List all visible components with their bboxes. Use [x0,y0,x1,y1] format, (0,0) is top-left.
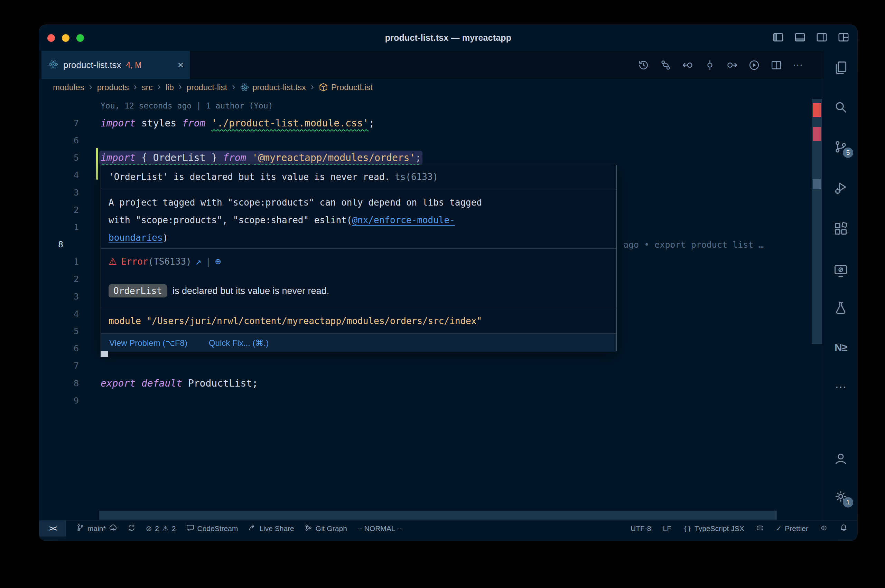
eslint-message-line-2: with "scope:products", "scope:shared" es… [108,212,609,229]
error-code: (TS6133) [148,256,192,267]
code-row[interactable]: 8export default ProductList; [39,375,824,392]
split-editor-icon[interactable] [771,59,782,71]
quick-fix-link[interactable]: Quick Fix... (⌘.) [209,338,269,348]
prettier-item[interactable]: ✓ Prettier [776,524,808,533]
eol-item[interactable]: LF [663,524,672,533]
live-share-item[interactable]: Live Share [248,524,294,533]
line-number: 6 [39,344,79,353]
warning-triangle-icon: ⚠ [108,256,117,267]
source-control-icon[interactable]: 5 [824,133,857,160]
errors-count: 2 [155,524,159,533]
breadcrumb-separator: › [89,81,92,92]
eslint-message-line-3: boundaries) [108,229,609,247]
code-text: import styles from './product-list.modul… [101,117,374,129]
code-row[interactable]: 6 [39,132,824,149]
code-row[interactable]: 7 [39,357,824,375]
notifications-bell-icon [840,524,847,533]
toggle-panel-icon[interactable] [794,32,806,45]
nx-console-icon[interactable]: N≥ [824,334,857,362]
copilot-item[interactable] [756,524,764,533]
editor-toolbar: ⋯ [638,51,824,79]
problems-item[interactable]: ⊘ 2 ⚠ 2 [146,524,176,533]
line-number: 1 [39,222,79,232]
breadcrumb-item-products[interactable]: products [97,82,129,92]
open-previous-change-icon[interactable] [682,59,693,71]
remote-indicator[interactable]: >< [39,520,66,537]
overview-error-mark [813,127,821,141]
line-number: 4 [39,309,79,319]
breadcrumb-separator: › [232,81,235,92]
external-link-icon[interactable]: ↗ [196,256,201,267]
react-file-icon [48,59,59,71]
remote-explorer-icon[interactable] [824,257,857,285]
codestream-item[interactable]: CodeStream [186,524,238,533]
line-number: 3 [39,188,79,198]
extensions-icon[interactable] [824,215,857,243]
github-copilot-icon [756,524,764,533]
more-actions-icon[interactable]: ⋯ [793,60,803,70]
code-row[interactable]: 5import { OrderList } from '@myreactapp/… [39,149,824,166]
explorer-icon[interactable] [824,54,857,81]
ts-diagnostic-source: ts(6133) [395,172,438,182]
tab-product-list[interactable]: product-list.tsx 4, M × [42,51,190,79]
pretty-error-header: ⚠ Error(TS6133) ↗ | ⊕ [101,249,616,274]
breadcrumb-separator: › [311,81,314,92]
language-mode-item[interactable]: {} TypeScript JSX [683,524,744,533]
tab-bar: product-list.tsx 4, M × [39,51,824,79]
run-and-debug-icon[interactable] [824,174,857,202]
open-changes-icon[interactable] [704,59,715,71]
git-branch-item[interactable]: main* [77,524,117,533]
timeline-history-icon[interactable] [638,59,649,71]
additional-views-icon[interactable]: ⋯ [824,373,857,401]
sync-status-item[interactable] [128,524,135,533]
run-file-icon[interactable] [748,59,760,71]
breadcrumb-item-file[interactable]: product-list.tsx [240,82,306,92]
warnings-count: 2 [172,524,176,533]
customize-layout-icon[interactable] [838,32,849,45]
view-problem-link[interactable]: View Problem (⌥F8) [109,338,187,348]
search-icon[interactable] [824,93,857,121]
sync-icon [128,524,135,533]
tab-problems-modified-badge: 4, M [126,60,142,70]
desktop: product-list.tsx — myreactapp [0,0,885,588]
settings-gear-icon[interactable]: 1 [824,483,857,510]
eslint-diagnostic: A project tagged with "scope:products" c… [101,189,616,248]
breadcrumb-item-src[interactable]: src [142,82,153,92]
hover-resize-grip[interactable] [101,351,108,357]
notifications-item[interactable] [840,524,847,533]
code-row[interactable]: 7import styles from './product-list.modu… [39,114,824,132]
feedback-item[interactable] [820,524,828,533]
toggle-secondary-sidebar-icon[interactable] [816,32,828,45]
tab-close-icon[interactable]: × [177,60,183,70]
encoding-item[interactable]: UTF-8 [631,524,651,533]
blame-annotation: You, 12 seconds ago | 1 author (You) [101,101,273,110]
breadcrumb-item-lib[interactable]: lib [165,82,174,92]
breadcrumb-item-modules[interactable]: modules [53,82,84,92]
symbol-chip: OrderList [108,284,167,297]
blame-annotation-row[interactable]: You, 12 seconds ago | 1 author (You) [39,97,824,114]
eslint-message-line-1: A project tagged with "scope:products" c… [108,194,609,212]
code-row[interactable]: 9 [39,392,824,409]
testing-beaker-icon[interactable] [824,294,857,322]
pretty-error-body: OrderList is declared but its value is n… [101,274,616,308]
vim-mode-indicator[interactable]: -- NORMAL -- [358,524,402,533]
open-next-change-icon[interactable] [726,59,738,71]
git-graph-item[interactable]: Git Graph [305,524,347,533]
globe-icon[interactable]: ⊕ [215,256,221,267]
breadcrumb-item-product-list[interactable]: product-list [187,82,227,92]
module-keyword: module [108,316,141,326]
pretty-error-text: is declared but its value is never read. [173,286,329,296]
breadcrumb-separator: › [158,81,161,92]
feedback-megaphone-icon [820,524,828,533]
toggle-primary-sidebar-icon[interactable] [772,32,784,45]
eslint-rule-link[interactable]: boundaries [108,232,163,243]
accounts-icon[interactable] [824,445,857,472]
status-bar: >< main* ⊘ [39,520,857,537]
horizontal-scrollbar[interactable] [99,511,777,520]
git-branch-icon [77,524,84,533]
react-file-icon [240,82,249,92]
eslint-rule-link[interactable]: @nx/enforce-module- [352,215,455,225]
share-arrow-icon [248,524,256,533]
git-compare-icon[interactable] [660,59,672,71]
breadcrumb-item-symbol[interactable]: ProductList [319,82,373,92]
